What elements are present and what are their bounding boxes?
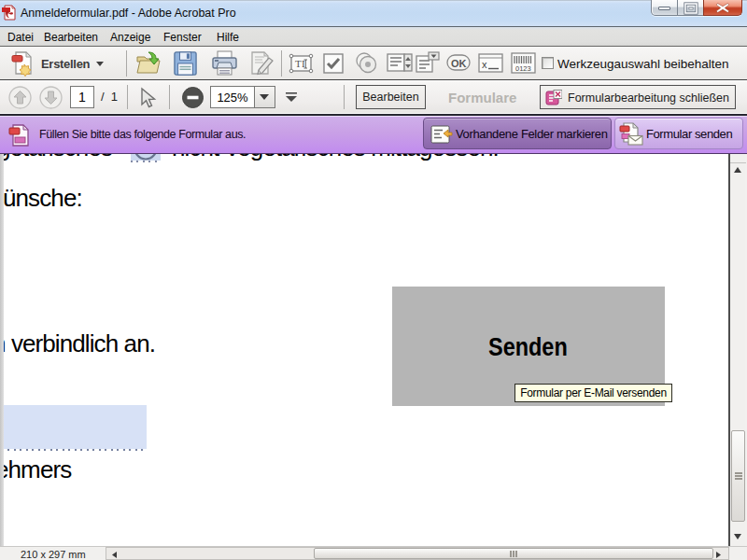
svg-text:x: x xyxy=(482,59,487,70)
svg-text:0123: 0123 xyxy=(515,64,531,73)
svg-text:OK: OK xyxy=(451,58,467,69)
svg-text:T: T xyxy=(295,58,302,69)
